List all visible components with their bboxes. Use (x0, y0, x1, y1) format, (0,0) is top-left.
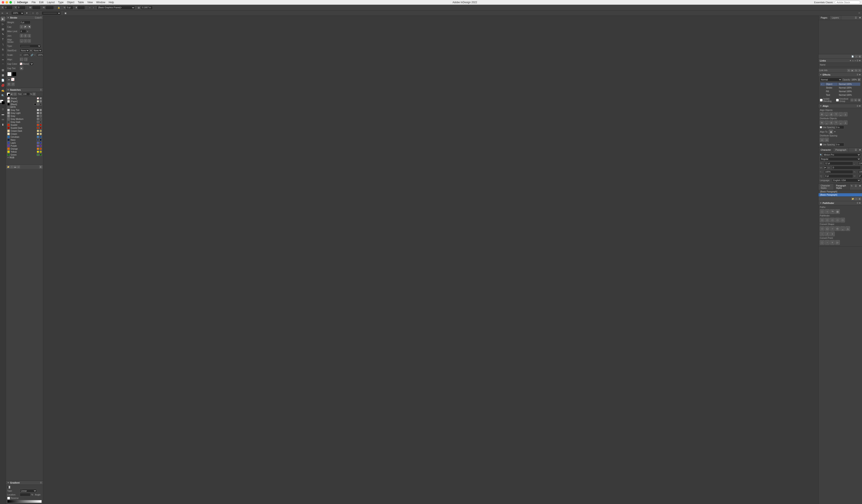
use-spacing-checkbox[interactable] (820, 126, 822, 128)
dist-right[interactable]: ⎙ (829, 120, 834, 125)
font-size-input[interactable] (824, 161, 853, 165)
align-outside-stroke[interactable]: ⎱ (27, 39, 31, 42)
tint-input[interactable] (22, 92, 30, 96)
dist-left[interactable]: ⎘ (820, 120, 824, 125)
char-panel-menu[interactable]: ☰ (854, 148, 858, 152)
toolbar-position-x[interactable]: X: (1, 5, 13, 10)
rotation-input[interactable] (66, 6, 73, 10)
type-tool[interactable]: T (1, 37, 5, 42)
selection-tool[interactable]: ▶ (1, 17, 5, 21)
new-swatch-btn[interactable]: + (10, 165, 13, 168)
tab-layers[interactable]: Layers (830, 16, 841, 20)
fullscreen-button[interactable] (9, 1, 12, 4)
align-center-stroke[interactable]: ⎯ (20, 39, 23, 42)
delete-page-btn[interactable]: 🗑 (858, 55, 861, 58)
scissors-tool[interactable]: ✂ (1, 57, 5, 62)
align-to-selection[interactable]: ▣ (829, 130, 833, 134)
frame-type-select[interactable]: [Basic Graphics Frame]+ (97, 6, 135, 10)
line-tool[interactable]: ∖ (1, 42, 5, 47)
gap-tool[interactable]: ▤ (1, 27, 5, 31)
menu-window[interactable]: Window (95, 0, 107, 4)
scale-v-char-input[interactable] (858, 170, 862, 174)
pathfinder-panel-header[interactable]: ▼ Pathfinder ☰ ✖ (819, 201, 862, 205)
plus-btn[interactable]: + (830, 231, 835, 236)
blend-mode-select[interactable]: Normal (820, 78, 842, 81)
leading-input[interactable] (858, 161, 862, 165)
canvas-background[interactable] (43, 16, 818, 504)
align-close-icon[interactable]: ✖ (859, 105, 861, 107)
new-page-btn[interactable]: + (855, 55, 858, 58)
links-sort-icon[interactable]: ▼ (849, 59, 851, 62)
styles-sync-icon[interactable]: ↻ (850, 184, 854, 190)
dist-h-spacing[interactable]: ▭ (820, 138, 824, 142)
edit-original-btn[interactable]: ✎ (858, 69, 861, 72)
rgb-group-header[interactable]: ▼ RGB (6, 156, 43, 159)
flip-horizontal[interactable]: ↔ (88, 6, 92, 9)
relink-btn[interactable]: ↻ (847, 69, 850, 72)
stroke-menu-icon[interactable]: ☰ (40, 17, 42, 19)
arrange-btn[interactable]: ⚐ (858, 12, 861, 15)
rectangle-frame-tool[interactable]: ⎘ (1, 47, 5, 52)
swatch-cream-dark[interactable]: Cream Dark (6, 129, 43, 132)
tab-character[interactable]: Character (819, 148, 833, 152)
swatch-cream[interactable]: Cream (6, 132, 43, 135)
swatch-paper[interactable]: [Paper] (6, 100, 43, 103)
delete-style-btn[interactable]: 🗑 (858, 197, 861, 200)
gradient-tool[interactable]: ▨ (1, 68, 5, 72)
tracking-input[interactable] (832, 166, 861, 169)
swatch-navy[interactable]: Navy (6, 138, 43, 141)
tint-dropdown[interactable]: ▼ (32, 93, 36, 95)
scale-v-input[interactable] (37, 53, 43, 57)
rounded-rect-btn[interactable]: ▢ (825, 226, 830, 231)
zoom-down[interactable]: ▼ (25, 12, 29, 15)
adobe-stock-search[interactable] (835, 1, 860, 4)
knockout-group-checkbox[interactable] (836, 99, 839, 102)
tab-char-styles[interactable]: Character Styles (819, 184, 834, 190)
scale-h-input[interactable] (22, 53, 30, 57)
polygon-btn[interactable]: ◴ (835, 226, 840, 231)
subtract-pf-btn[interactable]: □ (825, 218, 830, 222)
font-style-select[interactable]: Regular (820, 157, 861, 161)
new-style-group-btn[interactable]: 📁 (851, 197, 854, 200)
stroke-color-swatch[interactable] (7, 72, 12, 76)
effects-text-row[interactable]: Text: Normal 100% (820, 93, 860, 97)
tab-paragraph[interactable]: Paragraph (833, 148, 849, 152)
projecting-cap[interactable]: ◥ (27, 25, 31, 28)
dist-v-spacing[interactable]: ▭ (824, 138, 829, 142)
essentials-label[interactable]: Essentials Classic (814, 1, 833, 4)
gradient-feather-tool[interactable]: ▩ (1, 73, 5, 78)
align-bottom-edges[interactable]: ⊥ (843, 112, 848, 116)
swatch-lapis[interactable]: Lapis (6, 141, 43, 144)
links-menu-icon[interactable]: ☰ (857, 59, 858, 62)
zoom-select[interactable]: 100% (11, 11, 24, 15)
add-pf-btn[interactable]: □ (820, 218, 824, 222)
stroke-panel-header[interactable]: ▼ Stroke Color ☰ (6, 16, 43, 20)
miter-input[interactable] (20, 30, 26, 33)
pathfinder-close-icon[interactable]: ✖ (859, 202, 861, 204)
plain-pt-btn[interactable]: ◌ (820, 240, 824, 245)
new-style-btn[interactable]: + (855, 197, 858, 200)
tab-pages[interactable]: Pages (819, 16, 830, 20)
height-input[interactable] (45, 6, 54, 10)
menu-layout[interactable]: Layout (45, 0, 56, 4)
line-btn[interactable]: ⎯ (840, 226, 845, 231)
end-select[interactable]: None (32, 49, 42, 52)
align-top-edges[interactable]: ⊤ (834, 112, 838, 116)
delete-effects-btn[interactable]: 🗑 (858, 98, 861, 102)
swatches-panel-header[interactable]: ▼ Swatches ☰ (6, 88, 43, 92)
new-gradient-swatch-btn[interactable]: ▭ (17, 165, 20, 168)
dist-top[interactable]: ⊤ (834, 120, 838, 125)
gap-tint-arrow[interactable]: ▶ (20, 67, 23, 70)
direct-select-tool[interactable]: ▷ (1, 22, 5, 26)
links-collapse-icon[interactable]: ⇀ (854, 59, 856, 62)
align-h-centers[interactable]: ⎯ (824, 112, 829, 116)
bold-btn[interactable]: T (7, 83, 11, 86)
start-select[interactable]: None (20, 49, 29, 52)
dist-h-center[interactable]: ⎯ (824, 120, 829, 125)
dist-bottom[interactable]: ⊥ (843, 120, 848, 125)
color-tab[interactable]: Color (35, 17, 40, 19)
tab-para-styles[interactable]: Paragraph Styles (834, 184, 850, 190)
exclude-pf-btn[interactable]: □ (835, 218, 840, 222)
new-color-group-btn[interactable]: 📁 (7, 165, 10, 168)
effects-fill-row[interactable]: Fill: Normal 100% (820, 90, 860, 93)
